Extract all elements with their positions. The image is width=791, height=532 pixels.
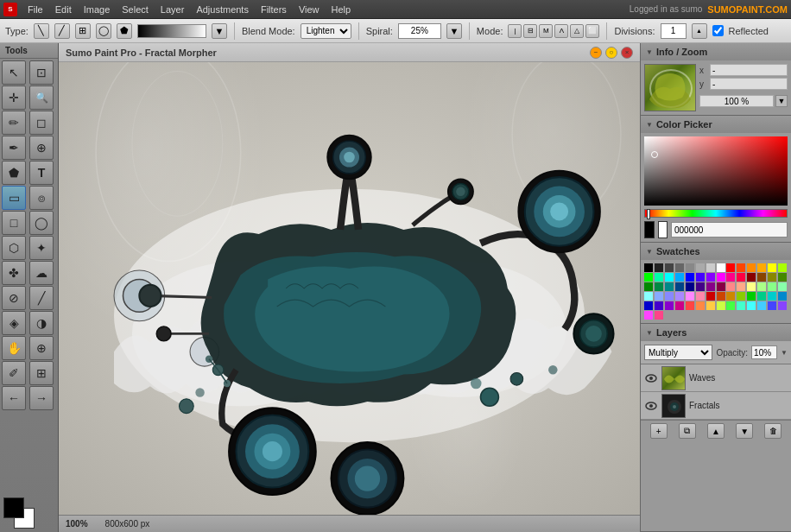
divisions-input[interactable] [661, 23, 687, 39]
info-zoom-header[interactable]: ▼ Info / Zoom [641, 43, 791, 60]
mode-btn-5[interactable]: △ [570, 24, 584, 38]
color-white-swatch[interactable] [658, 221, 668, 238]
pencil-tool[interactable]: ✒ [2, 136, 26, 160]
swatch-cell[interactable] [686, 263, 694, 272]
divisions-up[interactable]: ▲ [692, 23, 707, 39]
swatch-cell[interactable] [675, 273, 684, 282]
blur-tool[interactable]: ◈ [2, 311, 26, 335]
swatch-cell[interactable] [778, 273, 787, 282]
swatch-cell[interactable] [757, 301, 766, 310]
foreground-color-swatch[interactable] [3, 497, 24, 518]
swatch-cell[interactable] [665, 263, 674, 272]
swatch-cell[interactable] [737, 282, 745, 291]
type-btn-1[interactable]: ╲ [34, 23, 49, 39]
fill-tool[interactable]: ⬟ [2, 161, 26, 185]
hue-bar[interactable] [644, 209, 788, 218]
wand-tool[interactable]: ✤ [2, 261, 26, 285]
swatch-cell[interactable] [726, 301, 735, 310]
swatch-cell[interactable] [726, 282, 735, 291]
mode-btn-1[interactable]: | [508, 24, 522, 38]
layer-visibility-waves[interactable] [644, 371, 658, 385]
swatch-cell[interactable] [726, 292, 735, 301]
swatch-cell[interactable] [644, 292, 653, 301]
swatch-cell[interactable] [757, 263, 766, 272]
mode-btn-6[interactable]: ⬜ [585, 24, 599, 38]
swatch-cell[interactable] [757, 282, 766, 291]
swatch-cell[interactable] [778, 292, 787, 301]
mode-btn-3[interactable]: M [539, 24, 553, 38]
stamp-tool[interactable]: ⊞ [29, 361, 54, 385]
swatch-cell[interactable] [778, 282, 787, 291]
close-button[interactable]: × [621, 47, 633, 59]
layer-row-waves[interactable]: Waves [641, 364, 791, 392]
star-tool[interactable]: ✦ [29, 236, 54, 260]
shape-rect-tool[interactable]: □ [2, 211, 26, 235]
swatch-cell[interactable] [717, 301, 725, 310]
type-btn-3[interactable]: ⊞ [75, 23, 91, 39]
swatch-cell[interactable] [747, 301, 756, 310]
line-tool[interactable]: ╱ [29, 286, 54, 310]
swatch-cell[interactable] [665, 292, 674, 301]
swatch-cell[interactable] [675, 282, 684, 291]
crop-tool[interactable]: ⊡ [29, 60, 54, 85]
swatch-cell[interactable] [696, 292, 705, 301]
color-gradient-picker[interactable] [644, 136, 788, 206]
swatch-cell[interactable] [675, 292, 684, 301]
swatch-cell[interactable] [655, 311, 663, 320]
arrow-tool[interactable]: ↖ [2, 60, 26, 85]
blend-mode-layers-select[interactable]: Multiply [644, 345, 712, 360]
polygon-tool[interactable]: ⬡ [2, 236, 26, 260]
swatch-cell[interactable] [737, 292, 745, 301]
swatch-cell[interactable] [655, 292, 663, 301]
clone-tool[interactable]: ⊕ [29, 136, 54, 160]
swatch-cell[interactable] [696, 301, 705, 310]
menu-layer[interactable]: Layer [155, 3, 190, 16]
prev-tool[interactable]: ← [2, 386, 26, 410]
swatch-cell[interactable] [686, 282, 694, 291]
lasso-tool[interactable]: ⌾ [29, 186, 54, 210]
swatch-cell[interactable] [747, 282, 756, 291]
canvas-wrap[interactable] [59, 62, 640, 515]
swatch-cell[interactable] [644, 301, 653, 310]
move-tool[interactable]: ✛ [2, 86, 26, 110]
swatches-header[interactable]: ▼ Swatches [641, 243, 791, 260]
mode-btn-4[interactable]: Λ [554, 24, 568, 38]
swatch-cell[interactable] [737, 273, 745, 282]
swatch-cell[interactable] [717, 282, 725, 291]
swatch-cell[interactable] [706, 263, 715, 272]
new-layer-button[interactable]: + [650, 423, 668, 439]
menu-edit[interactable]: Edit [50, 3, 77, 16]
brush-tool[interactable]: ✏ [2, 111, 26, 135]
duplicate-layer-button[interactable]: ⧉ [679, 423, 696, 439]
ellipse-select-tool[interactable]: ◯ [29, 211, 54, 235]
swatch-cell[interactable] [644, 282, 653, 291]
swatch-cell[interactable] [737, 301, 745, 310]
restore-button[interactable]: ○ [605, 47, 617, 59]
minimize-button[interactable]: − [590, 47, 602, 59]
eraser-tool[interactable]: ◻ [29, 111, 54, 135]
type-btn-5[interactable]: ⬟ [117, 23, 132, 39]
swatch-cell[interactable] [696, 282, 705, 291]
swatch-cell[interactable] [644, 263, 653, 272]
spiral-input[interactable] [398, 23, 441, 39]
color-picker-header[interactable]: ▼ Color Picker [641, 116, 791, 133]
swatch-cell[interactable] [778, 301, 787, 310]
color-preview-swatch[interactable] [644, 221, 655, 238]
swatch-cell[interactable] [768, 292, 776, 301]
swatch-cell[interactable] [655, 263, 663, 272]
swatch-cell[interactable] [644, 311, 653, 320]
swatch-cell[interactable] [768, 301, 776, 310]
swatch-cell[interactable] [686, 292, 694, 301]
magnify-tool[interactable]: ⊕ [29, 336, 54, 360]
swatch-cell[interactable] [686, 301, 694, 310]
menu-adjustments[interactable]: Adjustments [191, 3, 254, 16]
blend-mode-select[interactable]: Lighten [301, 23, 351, 39]
swatch-cell[interactable] [665, 273, 674, 282]
pen-tool[interactable]: ✐ [2, 361, 26, 385]
rect-select-tool[interactable]: ▭ [2, 186, 26, 210]
swatch-cell[interactable] [737, 263, 745, 272]
next-tool[interactable]: → [29, 386, 54, 410]
menu-help[interactable]: Help [326, 3, 357, 16]
gradient-drop[interactable]: ▼ [212, 23, 227, 39]
layer-visibility-fractals[interactable] [644, 399, 658, 413]
